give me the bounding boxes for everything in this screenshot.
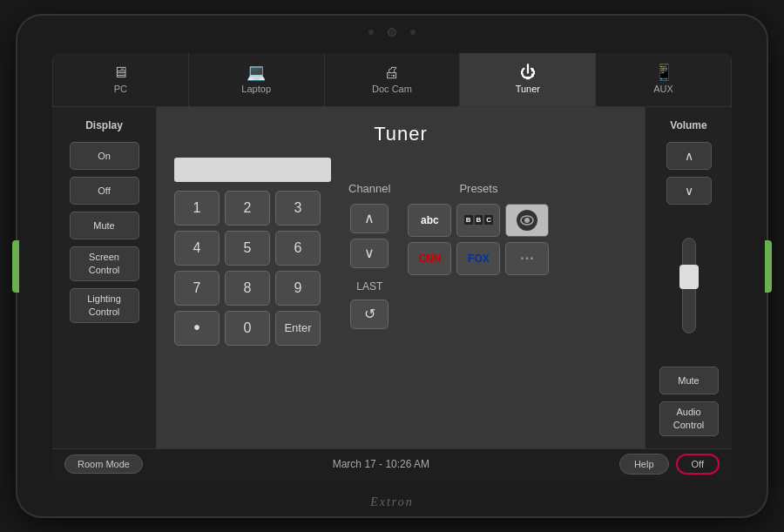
volume-slider-thumb[interactable]: [679, 265, 699, 289]
channel-up-button[interactable]: ∧: [350, 204, 389, 233]
key-5[interactable]: 5: [225, 231, 270, 266]
tuner-title: Tuner: [374, 123, 428, 145]
audio-control-button[interactable]: AudioControl: [659, 401, 719, 436]
channel-down-button[interactable]: ∨: [350, 239, 389, 268]
svg-point-2: [524, 218, 530, 223]
bbc-b2: B: [475, 215, 483, 225]
source-tuner[interactable]: ⏻ Tuner: [460, 53, 596, 106]
preset-bbc[interactable]: B B C: [456, 204, 500, 237]
bottom-bezel: Extron: [17, 495, 767, 509]
presets-section: Presets abc B B C: [408, 158, 549, 346]
volume-down-button[interactable]: ∨: [666, 177, 712, 205]
volume-label: Volume: [670, 119, 706, 131]
doccam-icon: 🖨: [384, 64, 400, 80]
source-aux[interactable]: 📱 AUX: [596, 53, 732, 106]
source-pc[interactable]: 🖥 PC: [52, 53, 189, 106]
last-label: LAST: [356, 280, 382, 293]
source-aux-label: AUX: [653, 84, 673, 94]
bbc-c: C: [484, 215, 493, 225]
tuner-icon: ⏻: [520, 64, 536, 80]
key-0[interactable]: 0: [225, 311, 270, 346]
screen-control-button[interactable]: ScreenControl: [70, 246, 139, 281]
keypad-section: 1 2 3 4 5 6 7 8 9 • 0 Enter: [174, 158, 331, 346]
help-button[interactable]: Help: [619, 454, 669, 475]
presets-label: Presets: [408, 182, 549, 195]
preset-fox[interactable]: FOX: [456, 242, 500, 275]
screen: 🖥 PC 💻 Laptop 🖨 Doc Cam ⏻ Tuner 📱 AUX: [52, 53, 732, 480]
channel-section: Channel ∧ ∨ LAST ↺: [348, 158, 390, 346]
top-bezel: [17, 16, 767, 49]
brand-label: Extron: [370, 495, 414, 509]
key-6[interactable]: 6: [275, 231, 321, 266]
tuner-body: 1 2 3 4 5 6 7 8 9 • 0 Enter: [174, 158, 627, 346]
source-laptop[interactable]: 💻 Laptop: [189, 53, 325, 106]
preset-cnn[interactable]: CNN: [408, 242, 451, 275]
key-7[interactable]: 7: [174, 271, 220, 306]
volume-up-button[interactable]: ∧: [666, 142, 712, 170]
display-off-button[interactable]: Off: [70, 177, 139, 205]
camera: [388, 28, 396, 37]
source-doccam[interactable]: 🖨 Doc Cam: [325, 53, 461, 106]
indicator-light: [368, 30, 374, 35]
volume-slider-track: [682, 238, 696, 333]
content-area: Tuner 1 2 3 4 5 6 7 8: [157, 107, 645, 448]
cbs-eye-icon: [515, 208, 539, 232]
preset-cbs[interactable]: [505, 204, 549, 237]
display-label: Display: [85, 119, 123, 131]
right-panel: Volume ∧ ∨ Mute AudioControl: [645, 107, 732, 448]
last-button[interactable]: ↺: [350, 300, 389, 329]
source-bar: 🖥 PC 💻 Laptop 🖨 Doc Cam ⏻ Tuner 📱 AUX: [52, 53, 732, 107]
channel-display: [174, 158, 331, 182]
key-9[interactable]: 9: [275, 271, 321, 306]
pc-icon: 🖥: [112, 64, 128, 80]
laptop-icon: 💻: [247, 64, 266, 80]
volume-mute-button[interactable]: Mute: [659, 367, 719, 394]
green-tab-right: [765, 240, 772, 293]
off-button[interactable]: Off: [676, 454, 720, 475]
display-on-button[interactable]: On: [70, 142, 139, 170]
source-pc-label: PC: [114, 84, 127, 94]
key-3[interactable]: 3: [275, 191, 321, 226]
key-dot[interactable]: •: [174, 311, 220, 346]
keypad-grid: 1 2 3 4 5 6 7 8 9 • 0 Enter: [174, 191, 331, 346]
source-tuner-label: Tuner: [516, 84, 540, 94]
indicator-light-2: [410, 30, 416, 35]
volume-slider-container[interactable]: [672, 212, 706, 360]
main-area: Display On Off Mute ScreenControl Lighti…: [52, 107, 732, 448]
key-4[interactable]: 4: [174, 231, 220, 266]
source-doccam-label: Doc Cam: [372, 84, 412, 94]
preset-more[interactable]: ···: [505, 242, 549, 275]
cnn-text: CNN: [418, 253, 441, 265]
device-frame: 🖥 PC 💻 Laptop 🖨 Doc Cam ⏻ Tuner 📱 AUX: [17, 16, 767, 516]
abc-text: abc: [421, 214, 439, 226]
key-8[interactable]: 8: [225, 271, 270, 306]
left-panel: Display On Off Mute ScreenControl Lighti…: [52, 107, 157, 448]
key-1[interactable]: 1: [174, 191, 220, 226]
green-tab-left: [12, 240, 19, 293]
room-mode-button[interactable]: Room Mode: [64, 455, 143, 474]
presets-grid: abc B B C: [408, 204, 549, 275]
preset-abc[interactable]: abc: [408, 204, 451, 237]
channel-label: Channel: [348, 182, 390, 195]
source-laptop-label: Laptop: [241, 84, 271, 94]
timestamp: March 17 - 10:26 AM: [333, 458, 429, 470]
key-2[interactable]: 2: [225, 191, 270, 226]
status-buttons: Help Off: [619, 454, 720, 475]
lighting-control-button[interactable]: LightingControl: [70, 288, 139, 323]
aux-icon: 📱: [654, 64, 673, 80]
status-bar: Room Mode March 17 - 10:26 AM Help Off: [52, 448, 732, 480]
bbc-b: B: [464, 215, 473, 225]
key-enter[interactable]: Enter: [275, 311, 321, 346]
fox-text: FOX: [468, 253, 490, 265]
display-mute-button[interactable]: Mute: [70, 212, 139, 239]
more-dots: ···: [520, 251, 534, 266]
